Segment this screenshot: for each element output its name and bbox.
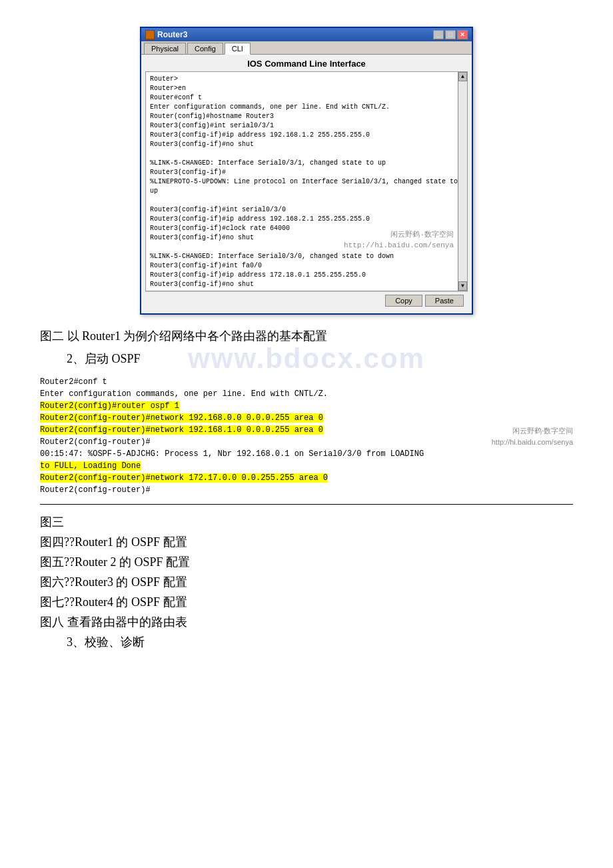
terminal-line-18: %LINK-5-CHANGED: Interface Serial0/3/0, …: [150, 252, 463, 261]
section-fig3: 图三: [40, 514, 573, 530]
t2-line-2: Router2(config)#router ospf 1: [40, 400, 573, 412]
window-titlebar: Router3 _ □ ✕: [141, 28, 472, 41]
t2-line-0: Router2#conf t: [40, 376, 573, 388]
window-footer: Copy Paste: [145, 291, 468, 309]
section-fig5: 图五??Router 2 的 OSPF 配置: [40, 554, 573, 570]
close-btn[interactable]: ✕: [457, 30, 468, 39]
cisco-icon: [145, 30, 155, 39]
t2-watermark2: http://hi.baidu.com/senya: [492, 436, 573, 447]
cli-scrollbar[interactable]: ▲ ▼: [458, 72, 467, 291]
maximize-btn[interactable]: □: [445, 30, 456, 39]
terminal-line-9: %LINK-5-CHANGED: Interface Serial0/3/1, …: [150, 159, 463, 168]
section-list: 图三 图四??Router1 的 OSPF 配置 图五??Router 2 的 …: [40, 514, 573, 650]
terminal-line-6: Router3(config-if)#ip address 192.168.1.…: [150, 131, 463, 140]
terminal-line-14: Router3(config-if)#ip address 192.168.2.…: [150, 215, 463, 224]
window-title: Router3: [157, 30, 187, 39]
terminal-line-2: Router#conf t: [150, 93, 463, 103]
cli-terminal[interactable]: Router> Router>en Router#conf t Enter co…: [145, 71, 468, 291]
section-fig6: 图六??Router3 的 OSPF 配置: [40, 574, 573, 590]
scrollbar-track[interactable]: [458, 81, 467, 281]
copy-button[interactable]: Copy: [385, 295, 422, 307]
terminal-line-11: %LINEPROTO-5-UPDOWN: Line protocol on In…: [150, 177, 463, 196]
fig2-caption: 图二 以 Router1 为例介绍网络中各个路由器的基本配置: [40, 328, 573, 344]
section-fig7: 图七??Router4 的 OSPF 配置: [40, 594, 573, 610]
terminal-line-3: Enter configuration commands, one per li…: [150, 103, 463, 112]
window-tabs: Physical Config CLI: [141, 41, 472, 55]
window-controls[interactable]: _ □ ✕: [433, 30, 468, 39]
t2-line-7: to FULL, Loading Done: [40, 460, 573, 472]
tab-cli[interactable]: CLI: [225, 43, 251, 55]
section2-container: 2、启动 OSPF www.bdocx.com: [40, 351, 573, 367]
t2-line-6: 00:15:47: %OSPF-5-ADJCHG: Process 1, Nbr…: [40, 448, 573, 460]
terminal-line-13: Router3(config-if)#int serial0/3/0: [150, 205, 463, 215]
tab-config[interactable]: Config: [187, 43, 223, 54]
section-fig4: 图四??Router1 的 OSPF 配置: [40, 534, 573, 550]
cli-heading: IOS Command Line Interface: [145, 59, 468, 69]
section-3: 3、校验、诊断: [67, 634, 573, 650]
paste-button[interactable]: Paste: [425, 295, 464, 307]
terminal-line-1: Router>en: [150, 84, 463, 93]
t2-line-3: Router2(config-router)#network 192.168.0…: [40, 412, 573, 424]
terminal-watermark: 闲云野鹤·数字空间 http://hi.baidu.com/senya: [344, 230, 454, 251]
minimize-btn[interactable]: _: [433, 30, 444, 39]
titlebar-left: Router3: [145, 30, 187, 39]
scrollbar-down-btn[interactable]: ▼: [458, 281, 467, 291]
terminal-line-12: [150, 196, 463, 205]
cli-terminal-inner: Router> Router>en Router#conf t Enter co…: [150, 75, 463, 288]
terminal2-watermark: 闲云野鹤·数字空间 http://hi.baidu.com/senya: [492, 425, 573, 447]
terminal-line-4: Router(config)#hostname Router3: [150, 112, 463, 121]
terminal-line-5: Router3(config)#int serial0/3/1: [150, 121, 463, 131]
router3-window: Router3 _ □ ✕ Physical Config CLI IOS Co…: [140, 27, 473, 315]
terminal-line-20: Router3(config-if)#ip address 172.18.0.1…: [150, 271, 463, 280]
t2-watermark1: 闲云野鹤·数字空间: [492, 425, 573, 437]
tab-physical[interactable]: Physical: [144, 43, 186, 54]
t2-line-1: Enter configuration commands, one per li…: [40, 388, 573, 400]
terminal-line-7: Router3(config-if)#no shut: [150, 140, 463, 149]
terminal-line-19: Router3(config-if)#int fa0/0: [150, 261, 463, 271]
window-body: IOS Command Line Interface Router> Route…: [141, 55, 472, 313]
terminal-line-21: Router3(config-if)#no shut: [150, 280, 463, 288]
t2-line-9: Router2(config-router)#: [40, 484, 573, 496]
terminal-line-8: [150, 149, 463, 159]
watermark-line2: http://hi.baidu.com/senya: [344, 241, 454, 251]
section-fig8: 图八 查看路由器中的路由表: [40, 614, 573, 630]
terminal2-section: Router2#conf t Enter configuration comma…: [40, 373, 573, 505]
section2-heading: 2、启动 OSPF: [67, 351, 573, 367]
terminal2-block: Router2#conf t Enter configuration comma…: [40, 373, 573, 499]
terminal-line-0: Router>: [150, 75, 463, 84]
watermark-line1: 闲云野鹤·数字空间: [344, 230, 454, 240]
terminal-line-10: Router3(config-if)#: [150, 168, 463, 177]
t2-line-8: Router2(config-router)#network 172.17.0.…: [40, 472, 573, 484]
scrollbar-up-btn[interactable]: ▲: [458, 72, 467, 81]
